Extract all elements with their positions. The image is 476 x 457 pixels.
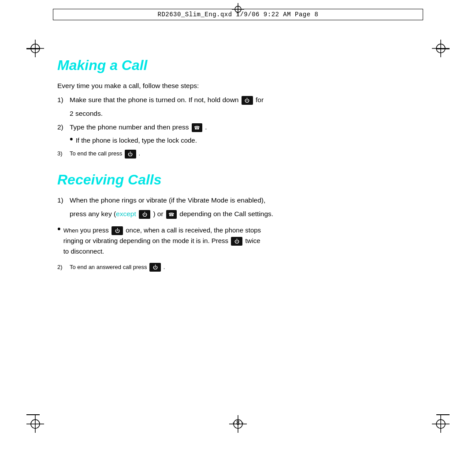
header-bar: RD2630_Slim_Eng.qxd 1/9/06 9:22 AM Page … [53, 9, 423, 20]
receiving-step-1: 1) When the phone rings or vibrate (if t… [57, 195, 419, 206]
step-2-text: Type the phone number and then press ☎ . [70, 122, 419, 133]
rec-step-2-text: To end an answered call press ⏻ . [70, 263, 419, 272]
section-making-a-call: Making a Call Every time you make a call… [57, 57, 419, 158]
bullet-dot-2: • [57, 224, 61, 234]
page-container: RD2630_Slim_Eng.qxd 1/9/06 9:22 AM Page … [0, 0, 476, 457]
step-1-text: Make sure that the phone is turned on. I… [70, 95, 419, 106]
power-button-icon-6: ⏻ [149, 263, 161, 272]
bullet-1-text: If the phone is locked, type the lock co… [76, 135, 197, 146]
bullet-dot-1: • [70, 134, 73, 144]
receiving-bullet-text: When you press ⏻ once, when a call is re… [63, 225, 261, 257]
step-2-number: 2) [57, 122, 70, 133]
receiving-bullet-1: • When you press ⏻ once, when a call is … [57, 225, 419, 257]
power-button-icon-5: ⏻ [231, 237, 242, 246]
receiving-calls-title: Receiving Calls [57, 172, 419, 188]
rec-step-1-continuation: press any key (except ⏻ ) or ☎ depending… [70, 209, 419, 220]
making-a-call-title: Making a Call [57, 57, 419, 74]
power-button-icon-4: ⏻ [112, 226, 123, 235]
call-button-icon-1: ☎ [192, 123, 202, 132]
step-1-number: 1) [57, 95, 70, 106]
power-button-icon-1: ⏻ [242, 96, 253, 105]
page-number: - 8 - [233, 419, 244, 426]
reg-mark-top-left [26, 40, 44, 57]
reg-mark-bottom-right [432, 415, 450, 433]
making-bullet-1: • If the phone is locked, type the lock … [70, 135, 419, 146]
when-text: When [63, 227, 78, 234]
making-step-1: 1) Make sure that the phone is turned on… [57, 95, 419, 106]
receiving-step-2: 2) To end an answered call press ⏻ . [57, 263, 419, 272]
power-button-icon-2: ⏻ [125, 150, 136, 158]
rec-step-2-number: 2) [57, 263, 70, 272]
reg-mark-top-right [432, 40, 450, 57]
step-3-text: To end the call press ⏻ . [70, 149, 419, 158]
making-step-3: 3) To end the call press ⏻ . [57, 149, 419, 158]
except-text: except [116, 210, 136, 217]
rec-step-1-number: 1) [57, 195, 70, 206]
making-intro-text: Every time you make a call, follow these… [57, 81, 419, 91]
making-step-2: 2) Type the phone number and then press … [57, 122, 419, 133]
header-crosshair-icon [232, 3, 244, 15]
power-button-icon-3: ⏻ [139, 210, 150, 219]
section-receiving-calls: Receiving Calls 1) When the phone rings … [57, 172, 419, 272]
step-1-continuation: 2 seconds. [70, 108, 419, 119]
rec-step-1-text: When the phone rings or vibrate (if the … [70, 195, 419, 206]
main-content: Making a Call Every time you make a call… [57, 57, 419, 409]
step-3-number: 3) [57, 149, 70, 158]
reg-mark-bottom-left [26, 415, 44, 433]
call-button-icon-2: ☎ [166, 210, 177, 219]
